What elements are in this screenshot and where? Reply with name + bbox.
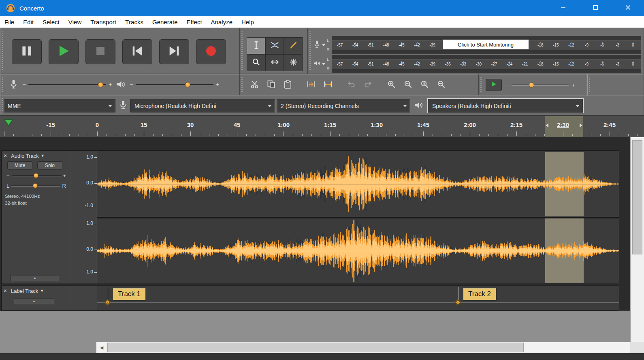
fit-selection-button[interactable] [418, 78, 431, 91]
skip-to-end-button[interactable] [159, 39, 189, 64]
quick-play-icon[interactable] [3, 119, 15, 127]
timeline-ruler[interactable]: -1501530451:001:151:301:452:002:152:302:… [0, 115, 644, 137]
play-speed-thumb[interactable] [529, 83, 534, 88]
window-controls [547, 0, 644, 16]
track-close-button[interactable]: × [4, 152, 9, 159]
track-close-button[interactable]: × [4, 288, 9, 294]
timeline-tick [423, 131, 424, 136]
zoom-out-button[interactable] [401, 78, 415, 91]
waveform-right-channel[interactable] [97, 218, 619, 283]
audio-host-dropdown[interactable]: MME [4, 99, 115, 112]
slider-min-label: − [6, 173, 10, 179]
menu-select[interactable]: Select [38, 16, 64, 28]
menu-analyze[interactable]: Analyze [207, 16, 237, 28]
chevron-down-icon [322, 63, 325, 65]
menu-effect[interactable]: Effect [182, 16, 207, 28]
label-chip[interactable]: Track 2 [463, 288, 496, 300]
envelope-tool-button[interactable] [265, 37, 284, 54]
skip-to-start-button[interactable] [122, 39, 152, 64]
play-button[interactable] [49, 39, 79, 64]
vertical-scroll-thumb[interactable] [632, 140, 642, 254]
selection-left-handle-icon[interactable] [546, 123, 548, 127]
copy-button[interactable] [264, 78, 278, 91]
playback-device-dropdown[interactable]: Speakers (Realtek High Definiti [428, 99, 583, 112]
zoom-in-button[interactable] [384, 78, 398, 91]
meter-scale-value: -42 [409, 62, 424, 66]
silence-audio-button[interactable] [321, 78, 335, 91]
pause-icon [20, 44, 34, 59]
horizontal-scrollbar[interactable]: ◀ ▶ [96, 342, 644, 353]
timeline-tick [516, 131, 517, 136]
minimize-icon [561, 4, 566, 12]
scrollbar-corner [630, 342, 644, 353]
status-bar [0, 353, 644, 360]
multi-tool-button[interactable] [284, 54, 303, 71]
solo-button[interactable]: Solo [37, 161, 62, 169]
time-shift-tool-button[interactable] [265, 54, 284, 71]
label-marker-icon[interactable] [455, 299, 461, 306]
skip-to-start-icon [130, 44, 144, 59]
meter-channel-label: R [327, 67, 332, 70]
trim-outside-button[interactable] [304, 78, 318, 91]
track-menu-arrow-icon[interactable]: ▼ [41, 154, 45, 158]
waveform-left-channel[interactable] [97, 152, 619, 216]
menu-tracks[interactable]: Tracks [121, 16, 148, 28]
record-button[interactable] [196, 39, 226, 64]
menu-transport[interactable]: Transport [86, 16, 121, 28]
fit-project-button[interactable] [434, 78, 448, 91]
undo-button[interactable] [344, 78, 358, 91]
pan-thumb[interactable] [33, 183, 38, 188]
recording-device-dropdown[interactable]: Microphone (Realtek High Defini [130, 99, 275, 112]
timeline-label: 2:00 [464, 121, 476, 128]
gain-slider[interactable]: − + [6, 172, 66, 180]
collapse-track-button[interactable]: ▲ [14, 298, 54, 304]
zoom-out-icon [403, 80, 413, 91]
selection-right-handle-icon[interactable] [580, 123, 582, 127]
waveform-display[interactable] [97, 151, 619, 284]
vertical-scrollbar[interactable] [630, 137, 644, 342]
recording-volume-thumb[interactable] [98, 82, 103, 87]
selection-tool-button[interactable] [247, 37, 265, 54]
stop-button[interactable] [85, 39, 115, 64]
close-button[interactable] [612, 0, 644, 16]
label-chip[interactable]: Track 1 [113, 288, 146, 300]
timeline-label: 1:45 [417, 121, 429, 128]
recording-channels-dropdown[interactable]: 2 (Stereo) Recording Channels [277, 99, 410, 112]
menu-edit[interactable]: Edit [19, 16, 38, 28]
pause-button[interactable] [12, 39, 42, 64]
horizontal-scroll-thumb[interactable] [107, 343, 524, 352]
paste-button[interactable] [281, 78, 294, 91]
redo-button[interactable] [361, 78, 375, 91]
menu-view[interactable]: View [64, 16, 86, 28]
track-format-info: Stereo, 44100Hz 32-bit float [2, 193, 71, 206]
meter-scale-value: -54 [348, 62, 363, 66]
menu-file[interactable]: File [0, 16, 19, 28]
play-at-speed-button[interactable] [486, 79, 502, 91]
collapse-track-button[interactable]: ▲ [11, 275, 59, 281]
playback-volume-thumb[interactable] [185, 82, 190, 87]
gain-thumb[interactable] [34, 173, 38, 178]
recording-volume-slider[interactable]: − + [23, 80, 112, 89]
menu-generate[interactable]: Generate [148, 16, 182, 28]
track-title[interactable]: Audio Track [11, 153, 39, 159]
play-speed-slider[interactable]: − + [506, 80, 575, 89]
label-marker-icon[interactable] [104, 299, 111, 306]
pan-slider[interactable]: L R [6, 182, 66, 190]
track-title[interactable]: Label Track [11, 288, 38, 294]
playback-meter[interactable]: LR -57-54-51-48-45-42-39-36-33-30-27-24-… [311, 55, 641, 73]
draw-tool-button[interactable] [284, 37, 303, 54]
playback-meter-scale: -57-54-51-48-45-42-39-36-33-30-27-24-21-… [332, 59, 641, 69]
zoom-tool-button[interactable] [247, 54, 265, 71]
track-menu-arrow-icon[interactable]: ▼ [40, 289, 44, 293]
playback-volume-slider[interactable]: − + [130, 80, 219, 89]
cut-button[interactable] [247, 78, 261, 91]
label-track-area[interactable]: Track 1Track 2 [97, 286, 619, 310]
slider-max-label: + [109, 81, 112, 87]
mute-button[interactable]: Mute [7, 161, 32, 169]
menu-help[interactable]: Help [237, 16, 258, 28]
maximize-button[interactable] [579, 0, 612, 16]
timeline-tick [51, 131, 51, 136]
scroll-left-icon[interactable]: ◀ [96, 342, 107, 353]
zoom-tool-icon [252, 57, 261, 68]
minimize-button[interactable] [547, 0, 579, 16]
